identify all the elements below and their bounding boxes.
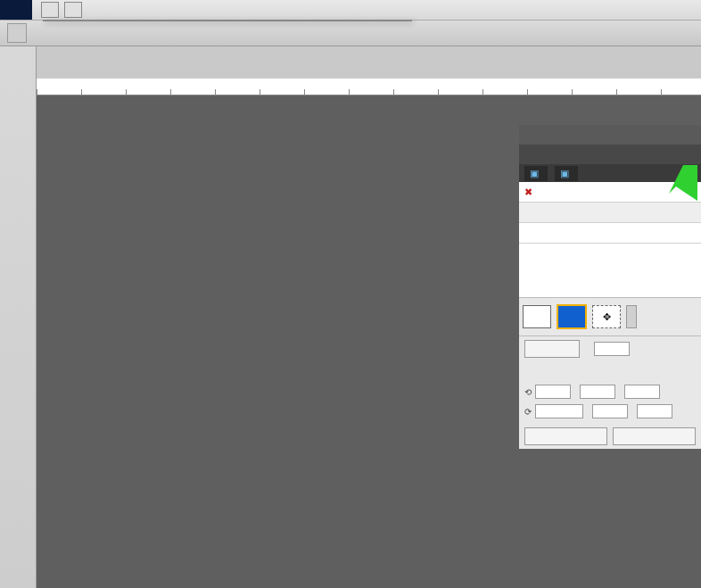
thumbnail-add[interactable]: ✥ — [592, 305, 621, 328]
tools-panel — [0, 46, 37, 588]
flash-button[interactable] — [524, 427, 607, 445]
produce-button[interactable]: ▣ — [555, 166, 578, 181]
file-menu-dropdown — [43, 20, 412, 21]
scroll-handle[interactable] — [626, 305, 637, 328]
thumbnail[interactable] — [523, 305, 551, 328]
document-tab-bar — [37, 46, 701, 79]
more-button[interactable] — [613, 427, 696, 445]
header-button-1[interactable] — [41, 2, 59, 18]
options-icon[interactable] — [7, 23, 27, 43]
ruler-horizontal — [37, 79, 701, 95]
import-media-button[interactable]: ▣ — [524, 166, 548, 181]
width-input[interactable] — [580, 385, 615, 399]
secondary-menubar — [519, 145, 701, 164]
y-input[interactable] — [637, 404, 672, 418]
options-bar — [0, 21, 701, 46]
time-input-1[interactable] — [535, 385, 571, 399]
x-input[interactable] — [624, 385, 660, 399]
svg-marker-0 — [669, 165, 697, 201]
green-arrow-icon — [667, 165, 699, 201]
effects-dropdown[interactable] — [524, 340, 580, 358]
height-input[interactable] — [592, 404, 628, 418]
thumbnail-selected[interactable] — [557, 304, 587, 329]
secondary-title-bar — [519, 125, 701, 145]
delete-icon: ✖ — [524, 186, 532, 198]
header-button-2[interactable] — [64, 2, 82, 18]
app-logo-icon — [0, 0, 32, 20]
rotation-input[interactable] — [594, 342, 630, 356]
time-input-2[interactable] — [535, 404, 583, 418]
